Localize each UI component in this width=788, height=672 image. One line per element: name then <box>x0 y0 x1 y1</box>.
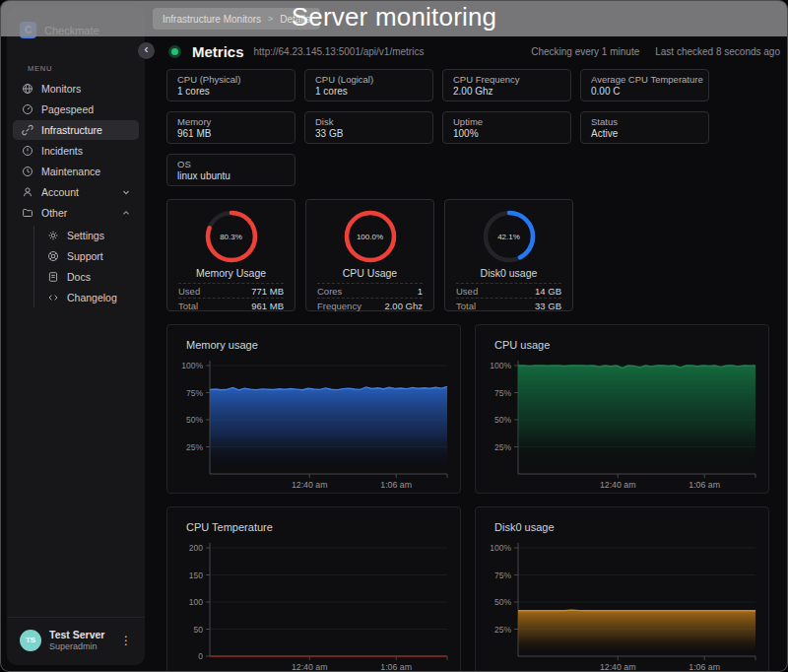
stat-label: Used <box>178 286 200 297</box>
svg-text:1:06 am: 1:06 am <box>380 662 412 672</box>
user-role: Superadmin <box>49 641 109 652</box>
info-card-value: 2.00 Ghz <box>453 86 560 97</box>
sidebar-item-pagespeed[interactable]: Pagespeed <box>13 100 139 119</box>
user-card[interactable]: TS Test Server Superadmin ⋮ <box>7 617 145 665</box>
svg-text:100: 100 <box>189 597 203 607</box>
info-card-value: 0.00 C <box>591 86 698 97</box>
gauge-stat-row: Used14 GB <box>456 283 561 298</box>
status-dot-icon <box>168 45 181 58</box>
info-card-label: OS <box>177 159 285 169</box>
monitor-url[interactable]: http://64.23.145.13:5001/api/v1/metrics <box>254 46 532 57</box>
chart-card-memory-usage: Memory usage100%75%50%25%12:40 am1:06 am <box>166 324 461 494</box>
svg-text:50: 50 <box>194 625 204 635</box>
info-card-label: CPU (Physical) <box>177 74 285 85</box>
info-card-value: 1 cores <box>315 86 423 97</box>
info-card-uptime: Uptime100% <box>442 111 571 144</box>
title-overlay: Infrastructure Monitors > Details Server… <box>1 1 787 36</box>
gauge-stats: Used14 GBTotal33 GB <box>456 283 561 312</box>
sidebar-item-account[interactable]: Account <box>13 182 139 202</box>
info-card-cpu-logical: CPU (Logical)1 cores <box>304 69 433 101</box>
sidebar-item-docs[interactable]: Docs <box>38 267 139 287</box>
sidebar-item-label: Settings <box>67 230 131 241</box>
info-card-cpu-physical: CPU (Physical)1 cores <box>166 69 296 101</box>
svg-text:12:40 am: 12:40 am <box>292 662 328 672</box>
user-menu-kebab-icon[interactable]: ⋮ <box>117 634 135 647</box>
svg-text:25%: 25% <box>494 442 511 452</box>
info-card-label: CPU Frequency <box>453 74 560 85</box>
svg-text:100%: 100% <box>181 361 203 370</box>
sidebar-item-other[interactable]: Other <box>13 203 139 223</box>
gauge-stat-row: Cores1 <box>317 283 423 298</box>
gauge-ring: 80.3% <box>204 209 259 264</box>
main-content: Metrics http://64.23.145.13:5001/api/v1/… <box>145 1 787 671</box>
sidebar-item-incidents[interactable]: Incidents <box>13 141 139 161</box>
sidebar-item-changelog[interactable]: Changelog <box>38 288 139 307</box>
gauge-percent: 100.0% <box>343 209 398 264</box>
gauge-title: CPU Usage <box>343 267 397 279</box>
user-meta: Test Server Superadmin <box>49 629 109 652</box>
gauge-stats: Cores1Frequency2.00 Ghz <box>317 283 423 312</box>
sidebar-item-label: Support <box>67 250 131 262</box>
chart-title: CPU Temperature <box>186 521 273 533</box>
chart-title: Memory usage <box>186 339 258 351</box>
info-card-label: Memory <box>177 116 285 127</box>
stat-label: Used <box>456 286 478 297</box>
collapse-sidebar-button[interactable]: ‹ <box>138 42 155 59</box>
sidebar-item-infrastructure[interactable]: Infrastructure <box>13 120 139 140</box>
last-checked-text: Last checked 8 seconds ago <box>655 46 780 57</box>
gauge-card-grid: 80.3%Memory UsageUsed771 MBTotal961 MB10… <box>166 199 767 311</box>
sidebar-item-label: Maintenance <box>41 166 131 177</box>
info-card-os: OSlinux ubuntu <box>166 154 296 186</box>
user-icon <box>22 186 33 198</box>
sidebar-item-settings[interactable]: Settings <box>38 226 139 245</box>
gauge-percent: 42.1% <box>482 209 537 264</box>
svg-text:200: 200 <box>189 543 203 553</box>
clock-icon <box>22 166 33 177</box>
svg-text:1:06 am: 1:06 am <box>380 480 412 490</box>
info-card-value: Active <box>591 128 698 139</box>
menu-section-label: MENU <box>28 64 145 73</box>
gauge-card-disk0-usage: 42.1%Disk0 usageUsed14 GBTotal33 GB <box>444 199 573 311</box>
svg-text:1:06 am: 1:06 am <box>689 480 720 490</box>
info-card-memory: Memory961 MB <box>166 111 296 144</box>
svg-text:50%: 50% <box>494 415 511 425</box>
overlay-title: Server monitoring <box>1 2 787 33</box>
gauge-ring: 42.1% <box>482 209 537 264</box>
stat-value: 1 <box>418 286 423 297</box>
chart-title: Disk0 usage <box>494 521 555 533</box>
sidebar-menu: MonitorsPagespeedInfrastructureIncidents… <box>7 79 145 307</box>
svg-text:100%: 100% <box>490 361 511 370</box>
chart-card-disk0-usage: Disk0 usage100%75%50%25%12:40 am1:06 am <box>475 506 769 672</box>
gauge-title: Disk0 usage <box>481 267 538 279</box>
sidebar-item-support[interactable]: Support <box>38 246 139 266</box>
svg-text:0: 0 <box>198 651 203 661</box>
link-icon <box>22 124 33 136</box>
sidebar-item-label: Pagespeed <box>41 103 131 115</box>
svg-text:25%: 25% <box>186 442 203 452</box>
info-card-grid: CPU (Physical)1 coresCPU (Logical)1 core… <box>166 69 767 186</box>
globe-icon <box>22 83 33 95</box>
chevron-down-icon <box>121 187 131 197</box>
stat-label: Frequency <box>317 301 361 311</box>
info-card-label: Disk <box>315 116 423 127</box>
info-card-label: CPU (Logical) <box>315 74 423 85</box>
svg-text:75%: 75% <box>494 571 511 580</box>
sidebar: C Checkmate MENU MonitorsPagespeedInfras… <box>7 7 145 665</box>
gauge-stat-row: Used771 MB <box>178 283 284 298</box>
gauge-card-memory-usage: 80.3%Memory UsageUsed771 MBTotal961 MB <box>166 199 296 311</box>
sidebar-item-monitors[interactable]: Monitors <box>13 79 139 99</box>
info-card-average-cpu-temperature: Average CPU Temperature0.00 C <box>580 69 709 101</box>
page-title: Metrics <box>192 43 244 60</box>
svg-text:75%: 75% <box>494 388 511 398</box>
svg-text:50%: 50% <box>494 597 511 607</box>
info-card-cpu-frequency: CPU Frequency2.00 Ghz <box>442 69 571 101</box>
info-card-status: StatusActive <box>580 111 709 144</box>
sidebar-item-label: Docs <box>67 271 131 283</box>
sidebar-item-label: Account <box>41 186 113 198</box>
stat-value: 33 GB <box>535 301 561 311</box>
info-card-label: Status <box>591 116 698 127</box>
info-card-value: 33 GB <box>315 128 423 139</box>
sidebar-item-label: Monitors <box>41 83 131 95</box>
svg-text:12:40 am: 12:40 am <box>600 480 636 490</box>
sidebar-item-maintenance[interactable]: Maintenance <box>13 162 139 181</box>
